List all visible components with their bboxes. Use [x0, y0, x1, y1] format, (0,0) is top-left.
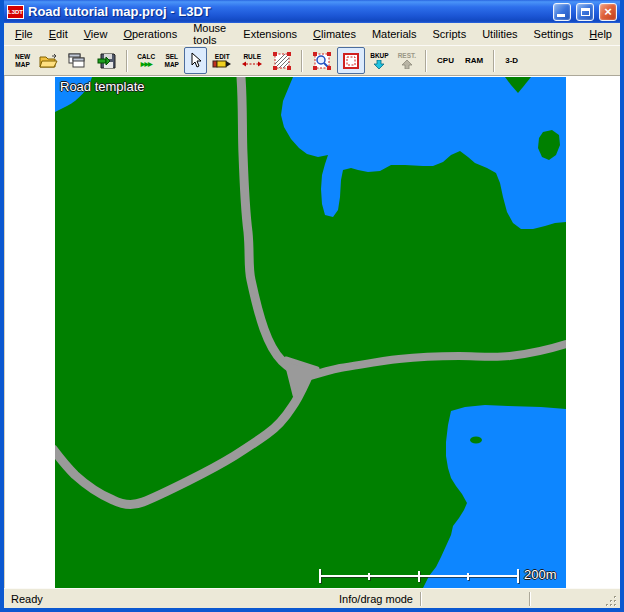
- menu-item-materials[interactable]: Materials: [364, 25, 425, 44]
- save-map-button[interactable]: [93, 47, 121, 74]
- backup-down-arrow-icon: [373, 60, 385, 69]
- status-panel-4: [530, 591, 604, 607]
- open-folder-icon: [39, 53, 59, 69]
- cpu-button[interactable]: CPU: [432, 47, 459, 74]
- open-project-button[interactable]: [35, 47, 63, 74]
- menu-item-utilities[interactable]: Utilities: [474, 25, 525, 44]
- toolbar-separator: [425, 50, 427, 72]
- menu-item-settings[interactable]: Settings: [526, 25, 582, 44]
- play-arrows-icon: ▶▶▶: [141, 61, 152, 68]
- menubar: File Edit View Operations Mouse tools Ex…: [4, 23, 620, 45]
- toolbar-separator: [126, 50, 128, 72]
- scale-bar-label: 200m: [524, 567, 557, 582]
- map-overlay-label: Road template: [60, 79, 145, 94]
- menu-item-operations[interactable]: Operations: [115, 25, 185, 44]
- close-button[interactable]: ×: [599, 3, 617, 21]
- view-3d-button[interactable]: 3-D: [500, 47, 523, 74]
- maximize-icon: [581, 8, 590, 16]
- maximize-button[interactable]: [576, 3, 594, 21]
- lake-islet: [470, 437, 482, 444]
- menu-item-climates[interactable]: Climates: [305, 25, 364, 44]
- cursor-arrow-icon: [189, 52, 203, 70]
- menu-item-file[interactable]: File: [7, 25, 41, 44]
- statusbar: Ready Info/drag mode: [4, 588, 620, 608]
- toolbar: NEW MAP: [4, 45, 620, 76]
- rule-button[interactable]: RULE: [237, 47, 267, 74]
- app-logo-icon: L3DT: [7, 5, 24, 19]
- edit-button[interactable]: EDIT: [208, 47, 236, 74]
- client-area: Road template 200m: [4, 76, 620, 588]
- menu-item-view[interactable]: View: [76, 25, 116, 44]
- copy-maps-button[interactable]: [64, 47, 92, 74]
- selection-hatch-icon: [272, 51, 292, 71]
- titlebar[interactable]: L3DT Road tutorial map.proj - L3DT ×: [4, 0, 620, 23]
- window-title: Road tutorial map.proj - L3DT: [28, 4, 548, 19]
- ram-button[interactable]: RAM: [460, 47, 488, 74]
- menu-item-edit[interactable]: Edit: [41, 25, 76, 44]
- map-canvas[interactable]: Road template 200m: [55, 77, 566, 588]
- pointer-tool-button[interactable]: [184, 47, 207, 74]
- new-map-button[interactable]: NEW MAP: [11, 47, 34, 74]
- pencil-icon: [212, 60, 232, 68]
- selection-box-icon: [341, 51, 361, 71]
- calc-button[interactable]: CALC ▶▶▶: [133, 47, 159, 74]
- menu-item-scripts[interactable]: Scripts: [425, 25, 475, 44]
- toolbar-separator: [301, 50, 303, 72]
- restore-button[interactable]: REST.: [394, 47, 420, 74]
- ruler-arrows-icon: [241, 60, 263, 68]
- sel-map-button[interactable]: SEL MAP: [160, 47, 183, 74]
- app-window: L3DT Road tutorial map.proj - L3DT × Fil…: [0, 0, 624, 612]
- minimize-icon: [557, 14, 565, 17]
- menu-item-extensions[interactable]: Extensions: [235, 25, 305, 44]
- close-icon: ×: [604, 5, 612, 18]
- floppy-import-icon: [97, 53, 117, 69]
- select-region-button[interactable]: [268, 47, 296, 74]
- selection-zoom-icon: [312, 51, 332, 71]
- minimize-button[interactable]: [553, 3, 571, 21]
- restore-up-arrow-icon: [401, 60, 413, 69]
- status-ready: Ready: [6, 591, 334, 607]
- zoom-selection-button[interactable]: [308, 47, 336, 74]
- status-panel-3: [421, 591, 529, 607]
- backup-button[interactable]: BKUP: [366, 47, 392, 74]
- toolbar-separator: [493, 50, 495, 72]
- copy-windows-icon: [68, 53, 88, 69]
- menu-item-help[interactable]: Help: [581, 25, 620, 44]
- resize-grip[interactable]: [604, 592, 618, 608]
- status-mode: Info/drag mode: [334, 591, 420, 607]
- drag-mode-button[interactable]: [337, 47, 365, 74]
- map-image: [55, 77, 566, 588]
